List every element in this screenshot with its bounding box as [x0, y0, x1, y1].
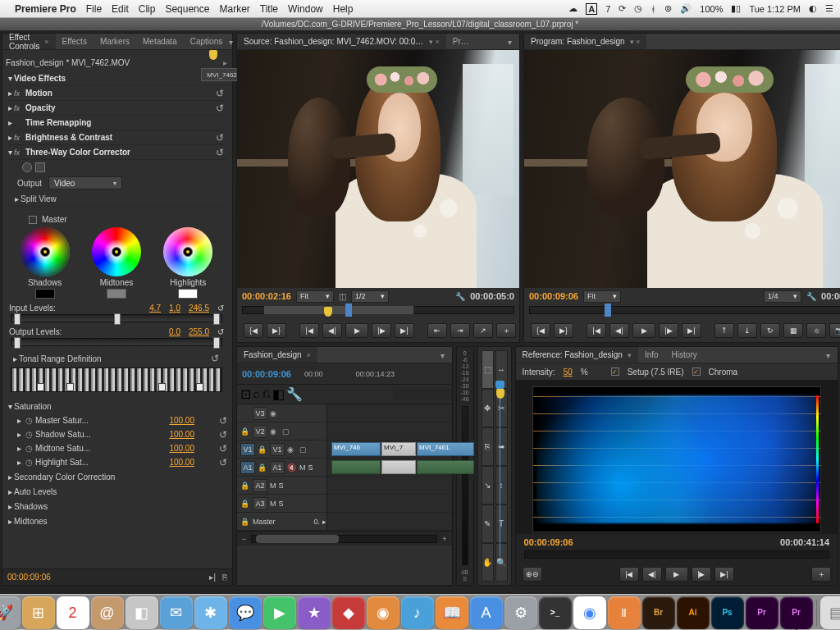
tonal-strip[interactable] — [11, 368, 222, 392]
tonal-range-def[interactable]: Tonal Range Definition — [19, 354, 211, 363]
menu-help[interactable]: Help — [333, 3, 354, 15]
tool-slide[interactable]: ⬌ — [495, 427, 508, 466]
tool-zoom[interactable]: 🔍 — [495, 543, 508, 582]
tool-slip[interactable]: ⎘ — [482, 427, 494, 466]
lock-icon[interactable]: 🔒 — [240, 427, 250, 436]
auto-levels[interactable]: Auto Levels — [14, 487, 227, 496]
clock-text[interactable]: Tue 1:12 PM — [749, 4, 801, 14]
saturation-header[interactable]: Saturation — [14, 402, 227, 411]
input-level-2[interactable]: 246.5 — [189, 304, 209, 313]
sat-highlight[interactable]: Highlight Sat... — [35, 458, 169, 467]
dock-launchpad[interactable]: 🚀 — [0, 596, 21, 629]
tool-type[interactable]: T — [495, 504, 508, 543]
shadows-wheel[interactable] — [21, 227, 70, 276]
go-in-button[interactable]: |◀ — [587, 323, 606, 338]
dock-terminal[interactable]: >_ — [539, 596, 572, 629]
tab-source[interactable]: Source: Fashion_design: MVI_7462.MOV: 00… — [237, 34, 446, 49]
tab-metadata[interactable]: Metadata — [136, 34, 184, 49]
dock-app6[interactable]: || — [608, 596, 641, 629]
fx-3way-color[interactable]: Three-Way Color Corrector — [25, 148, 216, 157]
sat-midtone[interactable]: Midtone Satu... — [35, 444, 169, 453]
spotlight-icon[interactable]: ☰ — [825, 3, 833, 14]
mask-rect-icon[interactable] — [35, 162, 45, 172]
source-ruler[interactable] — [237, 304, 519, 319]
tab-history[interactable]: History — [665, 347, 704, 363]
tab-captions[interactable]: Captions — [184, 34, 229, 49]
track-v2-lane[interactable] — [327, 422, 452, 441]
tab-effect-controls[interactable]: Effect Controls× — [2, 34, 56, 49]
step-back-button[interactable]: ◀| — [322, 323, 342, 338]
track-v3-lane[interactable] — [327, 404, 452, 422]
cc-icon[interactable]: ☁ — [568, 3, 578, 14]
safe-button[interactable]: ▦ — [783, 323, 803, 338]
go-in-button[interactable]: |◀ — [299, 323, 319, 338]
go-out-button[interactable]: ▶| — [682, 323, 701, 338]
extract-button[interactable]: ⤓ — [737, 323, 757, 338]
tl-settings-icon[interactable]: 🔧 — [286, 386, 303, 402]
dock-chrome[interactable]: ◉ — [573, 596, 606, 629]
clock-icon[interactable]: ◷ — [634, 3, 642, 14]
play-icon[interactable]: ▸ — [223, 58, 227, 67]
track-a2-lane[interactable] — [327, 477, 452, 495]
track-a3-header[interactable]: A3 — [253, 497, 267, 510]
play-button[interactable]: ▶ — [665, 567, 688, 582]
dock-ai[interactable]: Ai — [677, 596, 710, 629]
app-name[interactable]: Premiere Pro — [15, 3, 76, 15]
keyframe-icon[interactable]: ▸| — [209, 573, 216, 582]
tool-rolling[interactable]: ↕ — [495, 466, 508, 504]
track-v2-header[interactable]: V2 — [253, 425, 267, 438]
panel-menu-icon[interactable]: ▾ — [508, 38, 516, 46]
source-res-select[interactable]: 1/2▾ — [351, 290, 389, 303]
dock-app1[interactable]: ⊞ — [22, 596, 55, 629]
bt-icon[interactable]: ᚼ — [651, 4, 656, 14]
program-ruler[interactable] — [524, 304, 840, 319]
mute-icon[interactable]: 🔇 — [287, 463, 297, 472]
dock-safari[interactable]: ✱ — [194, 596, 227, 629]
play-button[interactable]: ▶ — [632, 323, 655, 338]
reset-icon[interactable]: ↺ — [217, 304, 224, 313]
track-a3-lane[interactable] — [327, 495, 452, 513]
dock-photobooth[interactable]: ◉ — [367, 596, 399, 629]
input-level-0[interactable]: 4.7 — [149, 304, 161, 313]
wifi-icon[interactable]: ⊚ — [664, 3, 672, 14]
playhead[interactable] — [500, 384, 500, 556]
out-button[interactable]: ⎋ — [806, 323, 826, 338]
tl-nest-icon[interactable]: ⊡ — [240, 386, 251, 402]
camera-button[interactable]: 📷 — [829, 323, 840, 338]
ref-tc-left[interactable]: 00:00:09:06 — [524, 537, 573, 547]
midtones-wheel[interactable] — [92, 227, 141, 276]
fx-opacity[interactable]: Opacity — [25, 103, 216, 112]
export-frame-button[interactable]: ↗ — [473, 323, 493, 338]
mark-out-button[interactable]: ▶} — [554, 323, 573, 338]
dock-bridge[interactable]: Br — [642, 596, 675, 629]
add-button[interactable]: ＋ — [496, 323, 516, 338]
overwrite-button[interactable]: ⇥ — [450, 323, 470, 338]
clip-a1-2[interactable] — [417, 460, 474, 474]
dock-contacts[interactable]: @ — [91, 596, 124, 629]
fx-time-remap[interactable]: Time Remapping — [25, 118, 227, 127]
track-v3-header[interactable]: V3 — [253, 407, 267, 420]
step-back-button[interactable]: ◀| — [609, 323, 629, 338]
track-a1-src[interactable]: A1 — [240, 461, 255, 474]
menu-window[interactable]: Window — [288, 3, 323, 15]
program-fit-select[interactable]: Fit▾ — [583, 290, 621, 303]
track-a1-lane[interactable] — [327, 459, 452, 477]
midtones-sec[interactable]: Midtones — [14, 517, 227, 526]
source-fit-select[interactable]: Fit▾ — [296, 290, 334, 303]
tool-rate[interactable]: ↘ — [482, 466, 494, 504]
dock-ps[interactable]: Ps — [711, 596, 744, 629]
mark-out-button[interactable]: ▶} — [267, 323, 286, 338]
zoom-out-icon[interactable]: − — [242, 535, 246, 543]
setup-checkbox[interactable]: ✓ — [611, 368, 619, 376]
insert-button[interactable]: ⇤ — [427, 323, 447, 338]
mark-in-button[interactable]: {◀ — [531, 323, 550, 338]
tool-pen[interactable]: ✎ — [482, 504, 494, 543]
split-view[interactable]: Split View — [21, 194, 227, 203]
tl-marker-icon[interactable]: ◧ — [272, 386, 285, 402]
dock-pr1[interactable]: Pr — [746, 596, 778, 629]
dock-mail[interactable]: ✉ — [160, 596, 193, 629]
highlights-swatch[interactable] — [178, 289, 198, 299]
dock-app4[interactable]: ★ — [298, 596, 331, 629]
go-out-button[interactable]: ▶| — [395, 323, 414, 338]
dock-appstore[interactable]: A — [470, 596, 503, 629]
